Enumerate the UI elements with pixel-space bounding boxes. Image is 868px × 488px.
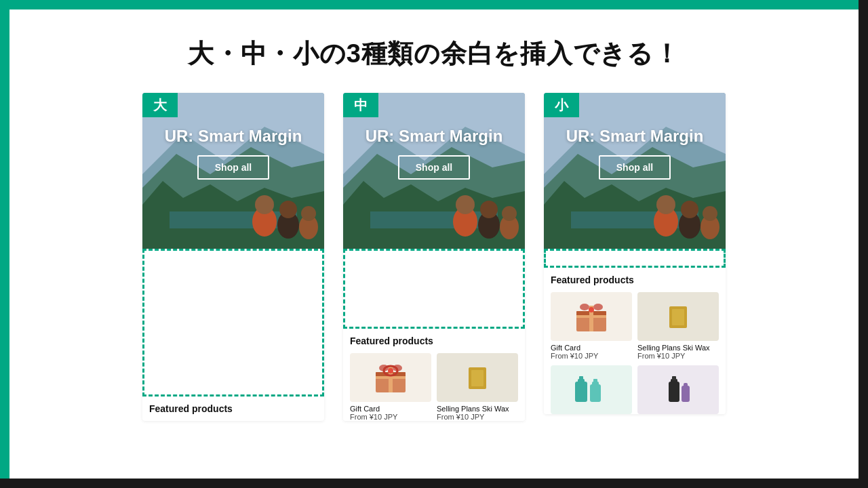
products-grid-medium: Gift Card From ¥10 JPY Selling: [350, 353, 518, 421]
svg-point-31: [388, 368, 393, 373]
product-gift-small: Gift Card From ¥10 JPY: [551, 292, 632, 360]
main-container: 大・中・小の3種類の余白を挿入できる！ 大: [0, 0, 868, 488]
svg-rect-49: [576, 315, 606, 318]
products-section-medium: Featured products: [343, 329, 525, 421]
products-title-small: Featured products: [551, 274, 719, 285]
badge-medium: 中: [343, 93, 378, 117]
products-title-large: Featured products: [149, 403, 317, 414]
product-name-gift-medium: Gift Card: [350, 405, 431, 413]
bottom-bar: [0, 479, 868, 488]
dashed-spacer-large: [142, 249, 324, 396]
svg-point-43: [681, 201, 698, 218]
svg-rect-63: [672, 376, 676, 380]
svg-point-21: [480, 201, 498, 218]
product-price-skiwax-small: From ¥10 JPY: [637, 352, 719, 360]
product-darkbottle-small: [637, 365, 719, 414]
dashed-spacer-small: [544, 249, 726, 268]
svg-point-29: [379, 365, 389, 371]
gift-thumb-small: [551, 292, 632, 341]
products-title-medium: Featured products: [350, 336, 518, 346]
hero-title-large: UR: Smart Margin: [142, 127, 324, 146]
darkbottle-thumb-small: [637, 365, 719, 414]
svg-point-9: [279, 201, 297, 218]
badge-small: 小: [544, 93, 579, 117]
product-price-skiwax-medium: From ¥10 JPY: [437, 413, 518, 421]
card-large: 大: [142, 93, 324, 421]
svg-point-41: [656, 195, 675, 214]
right-bar: [859, 0, 868, 488]
hero-text-medium: UR: Smart Margin Shop all: [343, 127, 525, 180]
card-medium: 中: [343, 93, 525, 421]
products-section-large: Featured products: [142, 396, 324, 414]
svg-rect-27: [376, 376, 406, 379]
shop-all-button-medium[interactable]: Shop all: [398, 155, 470, 180]
cards-row: 大: [142, 93, 726, 421]
left-bar: [0, 0, 9, 488]
svg-rect-65: [684, 383, 688, 387]
product-bottles-small: [551, 365, 632, 414]
svg-point-50: [580, 304, 589, 310]
product-skiwax-medium: Selling Plans Ski Wax From ¥10 JPY: [437, 353, 518, 421]
product-price-gift-medium: From ¥10 JPY: [350, 413, 431, 421]
shop-all-button-small[interactable]: Shop all: [599, 155, 671, 180]
svg-point-52: [589, 307, 594, 312]
product-name-skiwax-small: Selling Plans Ski Wax: [637, 344, 719, 352]
hero-text-small: UR: Smart Margin Shop all: [544, 127, 726, 180]
svg-point-19: [456, 195, 475, 214]
svg-point-7: [255, 195, 274, 214]
svg-rect-33: [471, 370, 484, 386]
svg-rect-57: [579, 376, 583, 380]
product-name-gift-small: Gift Card: [551, 344, 632, 352]
card-small: 小: [544, 93, 726, 414]
svg-rect-61: [669, 382, 679, 402]
product-price-gift-small: From ¥10 JPY: [551, 352, 632, 360]
svg-rect-55: [575, 382, 587, 402]
svg-point-11: [301, 206, 316, 221]
svg-point-30: [393, 365, 402, 371]
skiwax-thumb-medium: [437, 353, 518, 402]
svg-point-51: [593, 304, 603, 310]
page-title: 大・中・小の3種類の余白を挿入できる！: [188, 37, 680, 71]
top-bar: [0, 0, 868, 9]
svg-rect-60: [593, 379, 597, 383]
dashed-spacer-medium: [343, 249, 525, 329]
content-area: 大・中・小の3種類の余白を挿入できる！ 大: [9, 9, 859, 479]
product-skiwax-small: Selling Plans Ski Wax From ¥10 JPY: [637, 292, 719, 360]
svg-rect-54: [672, 309, 684, 325]
gift-thumb-medium: [350, 353, 431, 402]
bottles-thumb-small: [551, 365, 632, 414]
hero-title-medium: UR: Smart Margin: [343, 127, 525, 146]
badge-large: 大: [142, 93, 178, 117]
skiwax-thumb-small: [637, 292, 719, 341]
svg-point-23: [502, 206, 517, 221]
shop-all-button-large[interactable]: Shop all: [197, 155, 269, 180]
hero-title-small: UR: Smart Margin: [544, 127, 726, 146]
svg-rect-58: [590, 384, 601, 402]
product-name-skiwax-medium: Selling Plans Ski Wax: [437, 405, 518, 413]
products-grid-small: Gift Card From ¥10 JPY Selling: [551, 292, 719, 414]
svg-rect-64: [682, 386, 690, 402]
product-gift-medium: Gift Card From ¥10 JPY: [350, 353, 431, 421]
svg-point-45: [703, 206, 717, 221]
products-section-small: Featured products: [544, 268, 726, 414]
hero-text-large: UR: Smart Margin Shop all: [142, 127, 324, 180]
